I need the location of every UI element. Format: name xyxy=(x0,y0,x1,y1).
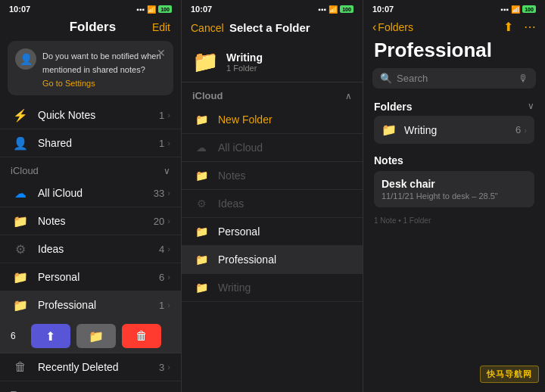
notes-folder-icon: 📁 xyxy=(11,213,30,229)
notif-link[interactable]: Go to Settings xyxy=(42,79,166,88)
notif-close-icon[interactable]: ✕ xyxy=(157,47,166,59)
selected-count-badge: 6 xyxy=(11,331,16,341)
search-icon: 🔍 xyxy=(380,73,392,84)
shared-icon: 👤 xyxy=(11,135,30,151)
p3-folders-label: Folders xyxy=(374,101,413,113)
new-folder-icon: 📁 xyxy=(192,113,210,126)
share-icon[interactable]: ⬆ xyxy=(503,20,513,34)
personal-icon: 📁 xyxy=(11,269,30,285)
ideas-icon: ⚙ xyxy=(11,241,30,257)
move-button[interactable]: 📁 xyxy=(76,324,116,348)
modal-writing-icon: 📁 xyxy=(192,281,210,294)
all-icloud-label: All iCloud xyxy=(38,187,154,199)
selected-folder-icon: 📁 xyxy=(192,49,219,74)
status-bar-1: 10:07 ▪▪▪ 📶 100 xyxy=(0,0,181,17)
personal-count: 6 xyxy=(159,272,164,283)
modal-professional-item[interactable]: 📁 Professional xyxy=(182,246,363,274)
ideas-chevron: › xyxy=(167,244,170,254)
p3-notes-label: Notes xyxy=(374,154,534,166)
quick-notes-item[interactable]: ⚡ Quick Notes 1 › xyxy=(0,101,181,129)
professional-title: Professional xyxy=(363,36,545,68)
back-label: Folders xyxy=(378,21,413,33)
action-row: 6 ⬆ 📁 🗑 xyxy=(0,319,181,353)
shared-count: 1 xyxy=(159,138,164,149)
shared-label: Shared xyxy=(38,137,159,149)
delete-button[interactable]: 🗑 xyxy=(122,324,161,348)
more-icon[interactable]: ⋯ xyxy=(524,20,536,34)
modal-all-icloud-item[interactable]: ☁ All iCloud xyxy=(182,134,363,162)
p3-bottom-info: 1 Note • 1 Folder xyxy=(363,210,545,231)
quick-notes-chevron: › xyxy=(167,110,170,120)
modal-personal-item[interactable]: 📁 Personal xyxy=(182,218,363,246)
notes-label: Notes xyxy=(38,215,154,227)
icloud-collapse-icon[interactable]: ∨ xyxy=(164,166,170,176)
icloud-label: iCloud xyxy=(11,165,39,176)
modal-title: Select a Folder xyxy=(229,21,310,34)
modal-ideas-icon: ⚙ xyxy=(192,197,210,210)
modal-notes-label: Notes xyxy=(218,170,246,182)
professional-panel: 10:07 ▪▪▪ 📶 100 ‹ Folders ⬆ ⋯ Profession… xyxy=(363,0,545,392)
ideas-count: 4 xyxy=(159,244,164,255)
modal-all-icloud-label: All iCloud xyxy=(218,142,263,154)
tags-section: Tags ∨ xyxy=(0,381,181,392)
modal-ideas-label: Ideas xyxy=(218,198,244,210)
all-icloud-count: 33 xyxy=(154,188,164,199)
recently-deleted-item[interactable]: 🗑 Recently Deleted 3 › xyxy=(0,353,181,381)
recently-deleted-icon: 🗑 xyxy=(11,359,30,375)
modal-writing-label: Writing xyxy=(218,282,251,294)
recently-deleted-count: 3 xyxy=(159,362,164,373)
mic-icon[interactable]: 🎙 xyxy=(519,73,528,84)
status-bar-3: 10:07 ▪▪▪ 📶 100 xyxy=(363,0,545,17)
modal-notes-item[interactable]: 📁 Notes xyxy=(182,162,363,190)
edit-button[interactable]: Edit xyxy=(152,21,170,33)
note-title: Desk chair xyxy=(382,178,527,190)
p3-toolbar: ⬆ ⋯ xyxy=(503,20,536,34)
all-icloud-icon: ☁ xyxy=(11,185,30,201)
shared-chevron: › xyxy=(167,138,170,148)
quick-notes-label: Quick Notes xyxy=(38,109,159,121)
p3-folders-chevron[interactable]: ∨ xyxy=(528,101,534,113)
tags-label: Tags xyxy=(11,389,31,392)
wifi-icon: 📶 xyxy=(147,5,156,14)
folders-header: Folders Edit xyxy=(0,17,181,41)
writing-folder-name: Writing xyxy=(404,124,515,136)
desk-chair-note[interactable]: Desk chair 11/11/21 Height to desk – 28.… xyxy=(374,171,534,207)
modal-writing-item[interactable]: 📁 Writing xyxy=(182,274,363,302)
professional-item[interactable]: 📁 Professional 1 › xyxy=(0,291,181,319)
p3-folders-section: Folders ∨ 📁 Writing 6 › xyxy=(363,96,545,147)
tags-collapse-icon[interactable]: ∨ xyxy=(164,390,170,393)
modal-ideas-item[interactable]: ⚙ Ideas xyxy=(182,190,363,218)
recently-deleted-label: Recently Deleted xyxy=(38,361,159,373)
selected-folder-display: 📁 Writing 1 Folder xyxy=(182,42,363,82)
professional-icon: 📁 xyxy=(11,297,30,313)
back-button[interactable]: ‹ Folders xyxy=(372,20,413,34)
watermark: 快马导航网 xyxy=(480,366,539,383)
quick-notes-icon: ⚡ xyxy=(11,107,30,123)
folders-panel: 10:07 ▪▪▪ 📶 100 Folders Edit 👤 Do you wa… xyxy=(0,0,182,392)
notes-item[interactable]: 📁 Notes 20 › xyxy=(0,207,181,235)
writing-folder-row[interactable]: 📁 Writing 6 › xyxy=(374,116,534,144)
modal-header: Cancel Select a Folder xyxy=(182,17,363,42)
search-bar[interactable]: 🔍 Search 🎙 xyxy=(372,68,536,89)
icloud-modal-chevron[interactable]: ∧ xyxy=(345,91,352,101)
selected-folder-sub: 1 Folder xyxy=(226,64,263,73)
back-chevron-icon: ‹ xyxy=(372,20,376,34)
time-1: 10:07 xyxy=(9,5,30,14)
all-icloud-item[interactable]: ☁ All iCloud 33 › xyxy=(0,179,181,207)
ideas-item[interactable]: ⚙ Ideas 4 › xyxy=(0,235,181,263)
action-buttons: ⬆ 📁 🗑 xyxy=(22,324,170,348)
personal-chevron: › xyxy=(167,272,170,282)
share-button[interactable]: ⬆ xyxy=(31,324,70,348)
new-folder-item[interactable]: 📁 New Folder xyxy=(182,106,363,134)
modal-personal-icon: 📁 xyxy=(192,225,210,238)
icloud-modal-section: iCloud ∧ xyxy=(182,82,363,106)
shared-item[interactable]: 👤 Shared 1 › xyxy=(0,129,181,157)
writing-folder-chevron: › xyxy=(524,126,527,135)
note-date-preview: 11/11/21 Height to desk – 28.5" xyxy=(382,191,527,201)
p3-notes-section: Notes Desk chair 11/11/21 Height to desk… xyxy=(363,147,545,210)
personal-item[interactable]: 📁 Personal 6 › xyxy=(0,263,181,291)
notif-avatar: 👤 xyxy=(15,48,36,70)
status-right-1: ▪▪▪ 📶 100 xyxy=(136,5,172,14)
cancel-button[interactable]: Cancel xyxy=(191,22,224,34)
ideas-label: Ideas xyxy=(38,243,159,255)
